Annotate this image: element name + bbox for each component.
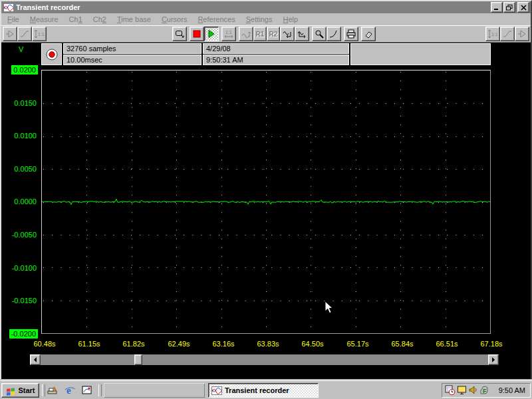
start-button[interactable]: Start bbox=[1, 383, 39, 398]
stop-record-icon bbox=[192, 29, 201, 39]
y-tick: -0.0150 bbox=[12, 297, 37, 305]
x-tick: 60.48s bbox=[33, 340, 55, 348]
menu-cursors[interactable]: Cursors bbox=[156, 14, 193, 25]
recall-reference-button[interactable] bbox=[295, 27, 309, 41]
reference-1-button[interactable]: R1 bbox=[253, 27, 267, 41]
menu-measure[interactable]: Measure bbox=[25, 14, 64, 25]
menu-bar: File Measure Ch1 Ch2 Time base Cursors R… bbox=[1, 13, 531, 26]
horizontal-1to1-icon: 1:1 bbox=[224, 29, 234, 39]
svg-text:e: e bbox=[66, 385, 71, 396]
toolbar-group-ch1: 1:1 bbox=[3, 27, 47, 41]
task-button-label: Transient recorder bbox=[225, 386, 289, 394]
sample-interval: 10.00msec bbox=[63, 55, 201, 65]
app-waveform-icon bbox=[3, 3, 14, 12]
view-channels-button[interactable] bbox=[81, 384, 93, 396]
taskbar: Start e bbox=[0, 380, 532, 399]
info-filler-panel bbox=[350, 43, 491, 65]
close-button[interactable] bbox=[517, 2, 529, 13]
taskbar-empty-band bbox=[104, 383, 205, 398]
zoom-button[interactable] bbox=[312, 27, 327, 41]
x-tick: 61.82s bbox=[122, 340, 144, 348]
app-window: Transient recorder File Measure Ch1 Ch2 … bbox=[0, 0, 532, 380]
internet-explorer-button[interactable]: e bbox=[64, 384, 76, 396]
amplifier-icon bbox=[5, 29, 15, 39]
menu-timebase[interactable]: Time base bbox=[112, 14, 156, 25]
desktop: Transient recorder File Measure Ch1 Ch2 … bbox=[0, 0, 532, 399]
view-channels-icon bbox=[82, 385, 92, 396]
reference-2-label: R2 bbox=[269, 31, 278, 38]
ch2-scale-1to1-button[interactable]: 1:1 bbox=[485, 27, 500, 41]
magnifier-icon bbox=[315, 29, 325, 39]
y-tick: 0.0050 bbox=[14, 165, 37, 173]
fit-waveform-icon bbox=[241, 29, 251, 39]
menu-settings[interactable]: Settings bbox=[241, 14, 278, 25]
horizontal-scrollbar[interactable] bbox=[30, 354, 499, 365]
ch2-slope-button[interactable] bbox=[500, 27, 515, 41]
fit-waveform-button[interactable] bbox=[239, 27, 253, 41]
y-axis-unit: V bbox=[19, 45, 23, 53]
x-tick: 65.17s bbox=[346, 340, 368, 348]
play-button[interactable] bbox=[204, 27, 219, 41]
taskbar-grip[interactable] bbox=[98, 384, 102, 396]
taskbar-grip[interactable] bbox=[42, 384, 45, 396]
x-tick: 64.50s bbox=[301, 340, 323, 348]
svg-text:F: F bbox=[483, 388, 487, 394]
restore-button[interactable] bbox=[503, 2, 515, 13]
close-icon bbox=[521, 5, 527, 11]
scrollbar-thumb[interactable] bbox=[134, 354, 142, 365]
print-button[interactable] bbox=[344, 27, 358, 41]
acquisition-info: 32760 samples 10.00msec bbox=[63, 43, 201, 65]
y-tick: 0.0000 bbox=[14, 198, 37, 205]
volume-tray-icon[interactable] bbox=[469, 385, 478, 396]
toolbar-group-ch2: 1:1 bbox=[485, 27, 529, 41]
ch1-scale-1to1-button[interactable]: 1:1 bbox=[32, 27, 47, 41]
interpolation-button[interactable] bbox=[327, 27, 341, 41]
internet-explorer-icon: e bbox=[64, 385, 76, 396]
save-reference-button[interactable] bbox=[280, 27, 295, 41]
task-button-transient-recorder[interactable]: Transient recorder bbox=[208, 383, 319, 398]
y-tick: -0.0050 bbox=[12, 231, 37, 239]
printer-icon bbox=[346, 29, 356, 39]
y-tick: 0.0150 bbox=[14, 99, 37, 107]
minimize-icon bbox=[493, 4, 500, 11]
menu-ch1[interactable]: Ch1 bbox=[64, 14, 88, 25]
horizontal-1to1-button[interactable]: 1:1 bbox=[221, 27, 236, 41]
waveform-plot[interactable] bbox=[41, 70, 491, 334]
task-scheduler-tray-icon[interactable] bbox=[445, 385, 456, 396]
taskbar-clock[interactable]: 9:50 AM bbox=[499, 386, 527, 394]
x-tick: 63.83s bbox=[257, 340, 279, 348]
start-label: Start bbox=[18, 386, 35, 394]
ch1-amplifier-button[interactable] bbox=[3, 27, 17, 41]
scroll-right-button[interactable] bbox=[488, 354, 499, 365]
client-area: V 32760 samples 10.00msec 4/29/08 9:50:3… bbox=[1, 43, 531, 379]
play-icon bbox=[207, 29, 216, 39]
sample-count: 32760 samples bbox=[63, 43, 201, 54]
menu-help[interactable]: Help bbox=[277, 14, 303, 25]
ch1-slope-button[interactable] bbox=[17, 27, 32, 41]
svg-text:1:1: 1:1 bbox=[38, 32, 45, 37]
reference-1-label: R1 bbox=[256, 31, 265, 38]
pointer-mode-button[interactable] bbox=[172, 27, 187, 41]
toolbar-group-main: 1:1 R1 R2 bbox=[172, 27, 376, 41]
show-desktop-button[interactable] bbox=[47, 384, 59, 396]
restore-icon bbox=[506, 5, 513, 11]
ch2-amplifier-button[interactable] bbox=[515, 27, 529, 41]
menu-ch2[interactable]: Ch2 bbox=[88, 14, 112, 25]
menu-file[interactable]: File bbox=[2, 14, 25, 25]
display-settings-tray-icon[interactable] bbox=[457, 385, 467, 396]
menu-references[interactable]: References bbox=[192, 14, 240, 25]
y-tick: 0.0100 bbox=[14, 132, 37, 140]
date-value: 4/29/08 bbox=[203, 43, 349, 54]
info-bar: 32760 samples 10.00msec 4/29/08 9:50:31 … bbox=[41, 43, 491, 65]
reference-2-button[interactable]: R2 bbox=[267, 27, 280, 41]
hand-f-tray-icon[interactable]: F bbox=[479, 385, 489, 396]
scroll-left-button[interactable] bbox=[30, 354, 41, 365]
erase-button[interactable] bbox=[361, 27, 376, 41]
pointer-region-icon bbox=[175, 29, 185, 39]
x-tick: 67.18s bbox=[480, 340, 502, 348]
y-tick-max: 0.0200 bbox=[11, 65, 38, 74]
stop-button[interactable] bbox=[190, 27, 204, 41]
vertical-1to1-icon: 1:1 bbox=[487, 29, 498, 39]
window-title: Transient recorder bbox=[16, 3, 490, 11]
minimize-button[interactable] bbox=[491, 2, 503, 13]
